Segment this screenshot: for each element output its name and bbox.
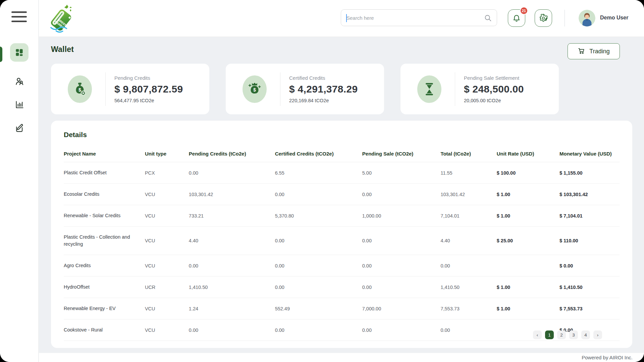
- table-row: Renewable Energy - EVVCU1.24552.497,000.…: [64, 298, 620, 319]
- cell-certified-credits: 0.00: [275, 277, 362, 298]
- cell-unit-type: VCU: [145, 205, 189, 227]
- cell-unit-type: VCU: [145, 255, 189, 277]
- cell-unit-rate: $ 1.00: [497, 298, 559, 319]
- table-row: Agro CreditsVCU0.000.000.000.00$ 0.00: [64, 255, 620, 277]
- gear-icon: [539, 14, 548, 22]
- column-header-pending-sale: Pending Sale (tCO2e): [362, 146, 441, 162]
- search-input[interactable]: [341, 10, 497, 26]
- summary-cards: $ Pending Credits $ 9,807,872.59 564,477…: [51, 64, 559, 114]
- cell-pending-credits: 4.40: [189, 227, 275, 255]
- cell-pending-credits: 1.24: [189, 298, 275, 319]
- app-window: GREEN CARBON: [0, 0, 644, 362]
- green-carbon-logo: GREEN CARBON: [46, 2, 76, 35]
- search-bar: [341, 9, 497, 26]
- cell-project-name: HydroOffset: [64, 277, 145, 298]
- pagination-page-4[interactable]: 4: [581, 330, 590, 339]
- cell-total: 0.00: [440, 255, 496, 277]
- table-row: Ecosolar CreditsVCU103,301.420.000.00103…: [64, 184, 620, 205]
- card-label: Pending Credits: [114, 75, 183, 81]
- card-divider: [280, 72, 280, 106]
- search-icon[interactable]: [484, 14, 492, 23]
- cell-project-name: Plastic Credit Offset: [64, 162, 145, 184]
- cell-pending-sale: 1,000.00: [362, 205, 441, 227]
- pagination-next-button[interactable]: ›: [593, 330, 602, 339]
- cell-monetary-value: $ 7,104.01: [559, 205, 620, 227]
- users-icon: [14, 76, 24, 86]
- table-header-row: Project NameUnit typePending Credits (tC…: [64, 146, 620, 162]
- user-name[interactable]: Demo User: [600, 15, 628, 21]
- header-divider: [565, 10, 565, 26]
- cell-project-name: Renewable - Solar Credits: [64, 205, 145, 227]
- column-header-total: Total (tCo2e): [440, 146, 496, 162]
- cell-pending-sale: 5.00: [362, 162, 441, 184]
- notifications-button[interactable]: 21: [508, 9, 525, 27]
- details-table-body: Plastic Credit OffsetPCX0.006.555.0011.5…: [64, 162, 620, 341]
- cell-project-name: Agro Credits: [64, 255, 145, 277]
- card-amount: $ 4,291,378.29: [289, 83, 358, 95]
- cell-pending-credits: 0.00: [189, 319, 275, 341]
- settings-button[interactable]: [535, 9, 552, 27]
- money-bag-crown-icon: $: [243, 75, 267, 103]
- footer: Powered by AIROI Inc.: [39, 353, 644, 362]
- sidebar-item-reports[interactable]: [12, 97, 27, 112]
- sidebar: [0, 0, 39, 362]
- dashboard-icon: [15, 48, 24, 57]
- cell-total: 103,301.42: [440, 184, 496, 205]
- sidebar-item-compose[interactable]: [12, 121, 27, 136]
- cell-unit-rate: $ 1.00: [497, 277, 559, 298]
- card-volume: 220,169.84 tCO2e: [289, 98, 358, 103]
- cell-monetary-value: $ 110.00: [559, 227, 620, 255]
- cell-unit-type: VCU: [145, 298, 189, 319]
- column-header-certified-credits: Certified Credits (tCO2e): [275, 146, 362, 162]
- trading-button-label: Trading: [589, 48, 609, 55]
- pagination-prev-button[interactable]: ‹: [533, 330, 542, 339]
- cell-pending-credits: 0.00: [189, 255, 275, 277]
- active-nav-indicator: [0, 47, 2, 62]
- sidebar-item-users[interactable]: [12, 74, 27, 89]
- cell-pending-credits: 733.21: [189, 205, 275, 227]
- cell-pending-sale: 0.00: [362, 227, 441, 255]
- card-amount: $ 248,500.00: [464, 83, 524, 95]
- bar-chart-icon: [15, 100, 24, 109]
- pagination-page-1[interactable]: 1: [545, 330, 554, 339]
- cell-certified-credits: 6.55: [275, 162, 362, 184]
- card-label: Certified Credits: [289, 75, 358, 81]
- cell-project-name: Renewable Energy - EV: [64, 298, 145, 319]
- cell-unit-rate: $ 1.00: [497, 184, 559, 205]
- money-bag-cancel-icon: $: [68, 75, 92, 103]
- cell-monetary-value: $ 7,553.73: [559, 298, 620, 319]
- cell-pending-sale: 0.00: [362, 277, 441, 298]
- sidebar-item-dashboard[interactable]: [10, 43, 29, 62]
- column-header-project-name: Project Name: [64, 146, 145, 162]
- cell-pending-sale: 0.00: [362, 255, 441, 277]
- pagination-page-3[interactable]: 3: [569, 330, 578, 339]
- details-panel: Details Project NameUnit typePending Cre…: [51, 121, 632, 348]
- cell-pending-credits: 103,301.42: [189, 184, 275, 205]
- cell-unit-type: PCX: [145, 162, 189, 184]
- cell-certified-credits: 0.00: [275, 255, 362, 277]
- card-certified-credits: $ Certified Credits $ 4,291,378.29 220,1…: [226, 64, 384, 114]
- hamburger-icon: [11, 11, 27, 23]
- cell-unit-type: VCU: [145, 227, 189, 255]
- cell-project-name: Plastic Credits - Collection and recycli…: [64, 227, 145, 255]
- cell-pending-sale: 0.00: [362, 184, 441, 205]
- card-amount: $ 9,807,872.59: [114, 83, 183, 95]
- edit-icon: [15, 124, 24, 133]
- pagination-page-2[interactable]: 2: [557, 330, 566, 339]
- hamburger-menu-button[interactable]: [11, 11, 27, 23]
- svg-text:$: $: [253, 87, 256, 93]
- card-volume: 20,005.00 tCO2e: [464, 98, 524, 103]
- trading-button[interactable]: Trading: [568, 43, 620, 59]
- cell-unit-type: VCU: [145, 319, 189, 341]
- column-header-unit-rate: Unit Rate (USD): [497, 146, 559, 162]
- card-label: Pending Sale Settlement: [464, 75, 524, 81]
- cell-certified-credits: 0.00: [275, 184, 362, 205]
- cell-pending-credits: 0.00: [189, 162, 275, 184]
- pagination: ‹1234›: [533, 330, 602, 339]
- card-pending-credits: $ Pending Credits $ 9,807,872.59 564,477…: [51, 64, 209, 114]
- cell-unit-rate: $ 100.00: [497, 162, 559, 184]
- cell-pending-credits: 1,410.50: [189, 277, 275, 298]
- column-header-unit-type: Unit type: [145, 146, 189, 162]
- cell-monetary-value: $ 103,301.42: [559, 184, 620, 205]
- user-avatar[interactable]: [579, 10, 595, 26]
